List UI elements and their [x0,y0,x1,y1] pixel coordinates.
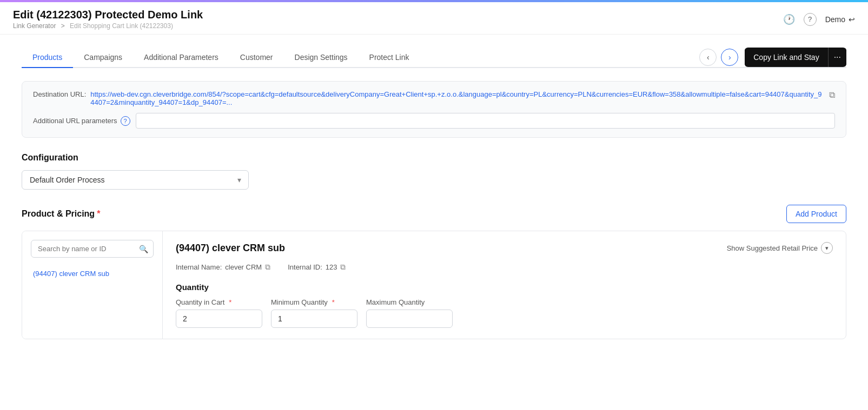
chevron-down-icon: ▾ [821,242,833,254]
breadcrumb-current: Edit Shopping Cart Link (42122303) [70,22,173,30]
tab-customer[interactable]: Customer [229,48,284,68]
product-search-wrap: 🔍 [31,240,154,258]
destination-url-label: Destination URL: [33,90,86,98]
internal-name-item: Internal Name: clever CRM ⧉ [176,263,270,272]
tab-campaigns[interactable]: Campaigns [73,48,133,68]
tab-additional-parameters[interactable]: Additional Parameters [133,48,229,68]
configuration-title: Configuration [22,153,846,163]
url-section: Destination URL: https://web-dev.cgn.cle… [22,81,846,138]
breadcrumb-parent[interactable]: Link Generator [13,22,56,30]
add-product-button[interactable]: Add Product [786,205,846,223]
config-select-wrap: Default Order Process Express Order Proc… [22,170,249,190]
internal-id-label: Internal ID: [288,263,322,271]
url-params-row: Additional URL parameters ? [33,113,835,129]
search-icon: 🔍 [139,245,148,253]
show-suggested-retail-price[interactable]: Show Suggested Retail Price ▾ [727,242,833,254]
url-params-input[interactable] [136,113,835,129]
internal-id-item: Internal ID: 123 ⧉ [288,263,346,272]
minimum-quantity-input[interactable] [271,310,357,328]
minimum-quantity-label: Minimum Quantity * [271,298,357,306]
product-pricing-title: Product & Pricing* [22,209,100,219]
user-label: Demo [825,15,845,24]
product-list: 🔍 (94407) clever CRM sub [22,231,163,339]
copy-btn-more-button[interactable]: ··· [829,48,846,66]
product-pricing-section: Product & Pricing* Add Product 🔍 (94407)… [22,205,846,339]
top-bar: Edit (42122303) Protected Demo Link Link… [0,2,868,35]
top-bar-left: Edit (42122303) Protected Demo Link Link… [13,9,203,30]
product-detail: (94407) clever CRM sub Show Suggested Re… [163,231,846,339]
user-menu[interactable]: Demo ↩ [825,15,855,24]
user-icon: ↩ [849,15,855,24]
required-star: * [97,209,100,218]
tabs-row: Products Campaigns Additional Parameters… [22,48,846,68]
product-search-input[interactable] [31,240,154,258]
page-title: Edit (42122303) Protected Demo Link [13,9,203,21]
tab-design-settings[interactable]: Design Settings [284,48,359,68]
quantity-in-cart-field: Quantity in Cart * [176,298,262,328]
tab-next-button[interactable]: › [721,49,738,66]
maximum-quantity-field: Maximum Quantity [366,298,453,328]
product-layout: 🔍 (94407) clever CRM sub (94407) clever … [22,231,846,339]
destination-url-value[interactable]: https://web-dev.cgn.cleverbridge.com/854… [90,90,823,106]
quantity-title: Quantity [176,283,833,292]
tab-protect-link[interactable]: Protect Link [359,48,420,68]
help-icon[interactable]: ? [804,13,817,26]
product-detail-header: (94407) clever CRM sub Show Suggested Re… [176,242,833,254]
internal-name-value: clever CRM [225,263,262,271]
destination-url-copy-icon[interactable]: ⧉ [829,90,835,100]
copy-btn-group: Copy Link and Stay ··· [745,48,846,67]
quantity-fields: Quantity in Cart * Minimum Quantity * [176,298,833,328]
configuration-section: Configuration Default Order Process Expr… [22,153,846,190]
maximum-quantity-input[interactable] [366,310,453,328]
internal-name-label: Internal Name: [176,263,222,271]
qty-cart-required: * [229,298,231,306]
show-suggested-label: Show Suggested Retail Price [727,244,818,252]
config-select[interactable]: Default Order Process Express Order Proc… [22,170,249,190]
product-name: (94407) clever CRM sub [176,243,285,254]
tabs-nav: ‹ › [699,49,738,66]
tab-prev-button[interactable]: ‹ [699,49,717,66]
breadcrumb-separator: > [61,22,65,30]
history-icon[interactable]: 🕐 [783,14,795,25]
main-content: Products Campaigns Additional Parameters… [0,35,868,352]
internal-name-copy-icon[interactable]: ⧉ [265,263,270,272]
internal-id-copy-icon[interactable]: ⧉ [340,263,346,272]
minimum-quantity-field: Minimum Quantity * [271,298,357,328]
product-meta-row: Internal Name: clever CRM ⧉ Internal ID:… [176,263,833,272]
copy-link-stay-button[interactable]: Copy Link and Stay [745,49,827,66]
quantity-in-cart-label: Quantity in Cart * [176,298,262,306]
quantity-in-cart-input[interactable] [176,310,262,328]
tab-products[interactable]: Products [22,48,73,68]
url-params-label: Additional URL parameters ? [33,116,130,126]
internal-id-value: 123 [326,263,337,271]
top-bar-right: 🕐 ? Demo ↩ [783,13,855,26]
product-pricing-header: Product & Pricing* Add Product [22,205,846,223]
list-item[interactable]: (94407) clever CRM sub [31,265,154,282]
breadcrumb: Link Generator > Edit Shopping Cart Link… [13,22,203,30]
maximum-quantity-label: Maximum Quantity [366,298,453,306]
url-destination-row: Destination URL: https://web-dev.cgn.cle… [33,90,835,106]
qty-min-required: * [332,298,335,306]
url-params-help-icon[interactable]: ? [121,116,130,126]
